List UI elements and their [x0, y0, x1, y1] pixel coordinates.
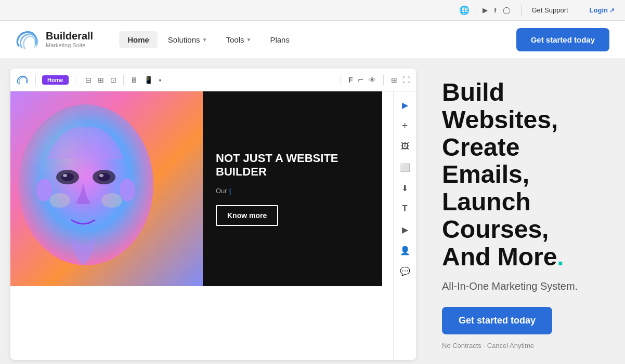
divider3	[579, 5, 579, 16]
preview-headline: NOT JUST A WEBSITE BUILDER	[216, 152, 369, 179]
hero-heading: Build Websites, Create Emails, Launch Co…	[442, 79, 609, 271]
fullscreen-icon[interactable]: ⛶	[402, 76, 410, 84]
toolbar-right: F ⌐ 👁 ⊞ ⛶	[338, 74, 410, 85]
svg-point-9	[101, 193, 122, 208]
youtube-icon[interactable]: ▶	[483, 6, 488, 14]
tool-add[interactable]: +	[396, 116, 414, 135]
preview-right-panel: NOT JUST A WEBSITE BUILDER Our| Know mor…	[203, 91, 382, 286]
solutions-chevron-icon: ▼	[202, 37, 207, 43]
editor-toolbar: Home ⊟ ⊞ ⊡ 🖥 📱 ▪ F ⌐ 👁 ⊞ ⛶	[10, 69, 416, 91]
svg-point-7	[99, 174, 103, 177]
nav-solutions[interactable]: Solutions ▼	[160, 31, 216, 48]
page-tab[interactable]: Home	[42, 75, 69, 85]
toolbar-divider1	[35, 75, 36, 85]
tablet-icon[interactable]: 📱	[142, 74, 154, 86]
layout-icon2[interactable]: ⊞	[96, 74, 106, 86]
hero-cta-button[interactable]: Get started today	[442, 307, 552, 334]
nav-tools[interactable]: Tools ▼	[217, 31, 259, 48]
divider2	[521, 5, 522, 16]
editor-panel: Home ⊟ ⊞ ⊡ 🖥 📱 ▪ F ⌐ 👁 ⊞ ⛶	[10, 69, 416, 360]
social-icons: 🌐 ▶ f ◯	[459, 5, 510, 16]
heading-dot: .	[557, 243, 564, 271]
preview-know-more-button[interactable]: Know more	[216, 205, 278, 226]
toolbar-logo-icon	[17, 74, 29, 86]
toolbar-divider5	[383, 75, 384, 85]
header: Builderall Marketing Suite Home Solution…	[0, 21, 625, 58]
tool-image[interactable]: 🖼	[396, 137, 414, 156]
editor-canvas: NOT JUST A WEBSITE BUILDER Our| Know mor…	[10, 91, 416, 360]
tool-layout[interactable]: ⬜	[396, 158, 414, 177]
font-icon[interactable]: F	[348, 76, 353, 84]
layout-icon1[interactable]: ⊟	[84, 74, 93, 86]
hero-panel: Build Websites, Create Emails, Launch Co…	[432, 69, 615, 360]
tool-chat[interactable]: 💬	[396, 262, 414, 280]
canvas-content: NOT JUST A WEBSITE BUILDER Our| Know mor…	[10, 91, 393, 360]
layout-icon3[interactable]: ⊡	[109, 74, 118, 86]
website-preview: NOT JUST A WEBSITE BUILDER Our| Know mor…	[10, 91, 382, 360]
globe-icon[interactable]: 🌐	[459, 5, 470, 15]
tool-play[interactable]: ▶	[396, 220, 414, 239]
top-bar: 🌐 ▶ f ◯ Get Support Login ↗	[0, 0, 625, 21]
hero-note: No Contracts · Cancel Anytime	[442, 342, 609, 349]
main-nav: Home Solutions ▼ Tools ▼ Plans	[119, 31, 505, 48]
face-illustration	[10, 91, 172, 286]
text-cursor: |	[229, 187, 231, 195]
svg-point-4	[61, 173, 74, 181]
login-link[interactable]: Login ↗	[590, 6, 615, 14]
svg-point-11	[120, 179, 135, 201]
facebook-icon[interactable]: f	[494, 6, 496, 14]
preview-body-text: Our|	[216, 187, 369, 195]
logo[interactable]: Builderall Marketing Suite	[16, 29, 93, 50]
instagram-icon[interactable]: ◯	[503, 6, 511, 14]
login-arrow-icon: ↗	[609, 7, 615, 14]
save-icon[interactable]: ⊞	[391, 76, 397, 84]
get-support-link[interactable]: Get Support	[532, 6, 568, 14]
tool-download[interactable]: ⬇	[396, 179, 414, 197]
mobile-icon[interactable]: ▪	[158, 74, 163, 86]
preview-left-panel	[10, 91, 203, 286]
hero-subtitle: All-In-One Marketing System.	[442, 280, 609, 292]
logo-icon	[16, 29, 41, 50]
main-content: Home ⊟ ⊞ ⊡ 🖥 📱 ▪ F ⌐ 👁 ⊞ ⛶	[0, 58, 625, 364]
logo-text: Builderall Marketing Suite	[46, 30, 93, 49]
svg-point-10	[36, 179, 52, 201]
editor-sidebar: ▶ + 🖼 ⬜ ⬇ T ▶ 👤 💬	[393, 91, 416, 360]
divider	[476, 5, 476, 16]
nav-home[interactable]: Home	[119, 31, 158, 48]
tool-text[interactable]: T	[396, 199, 414, 218]
device-icons: ⊟ ⊞ ⊡ 🖥 📱 ▪	[84, 74, 163, 86]
toolbar-divider2	[75, 75, 75, 85]
link-icon[interactable]: ⌐	[358, 74, 363, 85]
toolbar-divider4	[341, 75, 341, 85]
desktop-icon[interactable]: 🖥	[129, 74, 139, 86]
nav-plans[interactable]: Plans	[262, 31, 298, 48]
toolbar-divider3	[123, 75, 124, 85]
header-cta-button[interactable]: Get started today	[516, 28, 609, 51]
svg-point-6	[63, 174, 67, 177]
tools-chevron-icon: ▼	[246, 37, 251, 43]
svg-point-8	[49, 193, 70, 208]
svg-point-5	[98, 173, 110, 181]
tool-select[interactable]: ▶	[396, 96, 414, 114]
tool-user[interactable]: 👤	[396, 241, 414, 260]
eye-icon[interactable]: 👁	[369, 76, 376, 84]
